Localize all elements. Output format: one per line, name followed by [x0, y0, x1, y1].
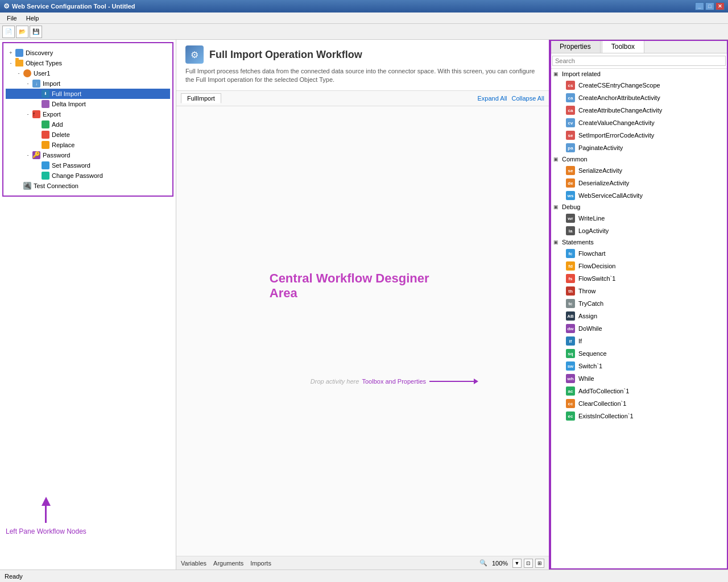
menu-file[interactable]: File	[2, 14, 22, 23]
label-user1: User1	[34, 70, 50, 77]
toolbox-item-3-1[interactable]: fdFlowDecision	[550, 260, 728, 272]
tree-item-import[interactable]: - ↓ Import	[6, 78, 170, 89]
add-icon	[41, 120, 50, 129]
title-bar: ⚙ Web Service Configuration Tool - Untit…	[0, 0, 728, 13]
zoom-expand-button[interactable]: ⊞	[535, 559, 544, 568]
tree-item-changepassword[interactable]: Change Password	[6, 171, 170, 181]
toolbox-item-3-8[interactable]: sqSequence	[550, 347, 728, 360]
expander-password: -	[24, 152, 32, 158]
toolbox-item-3-11[interactable]: acAddToCollection`1	[550, 385, 728, 397]
group-label-2: Debug	[562, 203, 580, 210]
save-button[interactable]: 💾	[30, 26, 42, 38]
zoom-dropdown-button[interactable]: ▼	[512, 559, 522, 568]
minimize-button[interactable]: _	[695, 2, 704, 10]
delete-icon	[41, 130, 50, 139]
toolbox-item-label-3-3: Throw	[578, 288, 596, 294]
toolbox-item-label-0-4: SetImportErrorCodeActivity	[578, 132, 654, 139]
toolbox-item-3-0[interactable]: fcFlowchart	[550, 247, 728, 260]
toolbox-item-0-2[interactable]: caCreateAttributeChangeActivity	[550, 104, 728, 117]
variables-link[interactable]: Variables	[181, 560, 206, 567]
collapse-all-link[interactable]: Collapse All	[512, 95, 544, 102]
imports-link[interactable]: Imports	[250, 560, 271, 567]
toolbox-item-3-12[interactable]: ccClearCollection`1	[550, 397, 728, 410]
tree-item-objecttypes[interactable]: - Object Types	[6, 58, 170, 68]
toolbox-item-0-3[interactable]: cvCreateValueChangeActivity	[550, 117, 728, 129]
password-icon: 🔑	[32, 151, 41, 160]
toolbox-item-2-1[interactable]: laLogActivity	[550, 225, 728, 237]
tree-item-delete[interactable]: Delete	[6, 130, 170, 140]
workflow-tab-fullimport[interactable]: FullImport	[181, 93, 221, 103]
toolbox-item-label-0-3: CreateValueChangeActivity	[578, 119, 655, 126]
toolbox-group-3: ▣ StatementsfcFlowchartfdFlowDecisionfsF…	[550, 237, 728, 422]
new-button[interactable]: 📄	[2, 26, 15, 38]
toolbox-item-label-3-8: Sequence	[578, 350, 607, 357]
toolbox-item-icon-3-5: AB	[566, 311, 575, 321]
expand-all-link[interactable]: Expand All	[478, 95, 507, 102]
tree-item-add[interactable]: Add	[6, 119, 170, 130]
title-bar-text: Web Service Configuration Tool - Untitle…	[12, 3, 135, 10]
toolbox-group-header-0[interactable]: ▣ Import related	[550, 69, 728, 79]
tree-item-export[interactable]: - ↑ Export	[6, 109, 170, 119]
toolbox-item-3-7[interactable]: ifIf	[550, 335, 728, 347]
label-changepassword: Change Password	[52, 172, 103, 179]
tree-item-fullimport[interactable]: ⬇ Full Import	[6, 89, 170, 99]
toolbox-item-label-3-13: ExistsInCollection`1	[578, 413, 634, 419]
tree-item-testconnection[interactable]: 🔌 Test Connection	[6, 181, 170, 191]
toolbox-group-2: ▣ DebugwrWriteLinelaLogActivity	[550, 202, 728, 237]
close-button[interactable]: ✕	[715, 2, 725, 10]
tab-toolbox[interactable]: Toolbox	[602, 40, 644, 53]
group-expander-1: ▣	[553, 156, 560, 162]
toolbox-item-3-4[interactable]: tcTryCatch	[550, 297, 728, 310]
zoom-fit-button[interactable]: ⊡	[524, 559, 533, 568]
toolbox-item-3-5[interactable]: ABAssign	[550, 310, 728, 322]
menu-help[interactable]: Help	[22, 14, 44, 23]
group-expander-0: ▣	[553, 71, 560, 77]
toolbox-item-3-3[interactable]: thThrow	[550, 285, 728, 297]
tree-item-deltaimport[interactable]: Delta Import	[6, 99, 170, 109]
drop-hint: Drop activity here	[311, 378, 359, 385]
tree-container: + Discovery - Object Types - User1	[2, 42, 173, 197]
toolbox-item-label-3-0: Flowchart	[578, 250, 606, 257]
user1-icon	[23, 69, 32, 78]
toolbox-item-1-0[interactable]: seSerializeActivity	[550, 164, 728, 177]
tree-item-user1[interactable]: - User1	[6, 68, 170, 78]
tree-item-discovery[interactable]: + Discovery	[6, 48, 170, 58]
expander-export: -	[24, 111, 32, 117]
tree-item-replace[interactable]: Replace	[6, 140, 170, 150]
designer-area[interactable]: Central Workflow Desginer Area Drop acti…	[176, 106, 549, 556]
toolbox-item-label-1-1: DeserializeActivity	[578, 180, 629, 186]
toolbox-item-1-1[interactable]: deDeserializeActivity	[550, 177, 728, 189]
toolbox-item-0-5[interactable]: paPaginateActivity	[550, 142, 728, 154]
label-fullimport: Full Import	[52, 90, 81, 97]
toolbox-item-3-9[interactable]: swSwitch`1	[550, 360, 728, 372]
arguments-link[interactable]: Arguments	[213, 560, 243, 567]
maximize-button[interactable]: □	[705, 2, 714, 10]
toolbox-item-3-6[interactable]: dwDoWhile	[550, 322, 728, 335]
toolbox-item-0-1[interactable]: caCreateAnchorAttributeActivity	[550, 92, 728, 104]
open-button[interactable]: 📂	[16, 26, 28, 38]
toolbox-item-3-2[interactable]: fsFlowSwitch`1	[550, 272, 728, 285]
toolbox-item-2-0[interactable]: wrWriteLine	[550, 212, 728, 225]
toolbox-item-icon-0-3: cv	[566, 118, 575, 127]
toolbox-item-label-0-2: CreateAttributeChangeActivity	[578, 107, 662, 114]
toolbox-arrow-annotation: Toolbox and Properties	[362, 378, 475, 385]
toolbox-item-1-2[interactable]: wsWebServiceCallActivity	[550, 189, 728, 202]
toolbox-item-icon-3-13: ec	[566, 411, 575, 421]
tree-item-setpassword[interactable]: Set Password	[6, 160, 170, 171]
toolbox-item-label-3-5: Assign	[578, 313, 597, 319]
toolbox-group-header-3[interactable]: ▣ Statements	[550, 237, 728, 247]
toolbox-item-0-4[interactable]: seSetImportErrorCodeActivity	[550, 129, 728, 142]
search-input[interactable]	[552, 56, 726, 66]
export-icon: ↑	[32, 110, 41, 119]
toolbox-group-header-2[interactable]: ▣ Debug	[550, 202, 728, 212]
menu-bar: File Help	[0, 13, 728, 24]
annotation-arrow-stem	[45, 506, 47, 523]
tab-properties[interactable]: Properties	[550, 40, 601, 53]
toolbox-item-3-13[interactable]: ecExistsInCollection`1	[550, 410, 728, 422]
tree-item-password[interactable]: - 🔑 Password	[6, 150, 170, 160]
toolbox-item-icon-0-0: cs	[566, 81, 575, 90]
toolbox-item-3-10[interactable]: whWhile	[550, 372, 728, 385]
toolbox-group-header-1[interactable]: ▣ Common	[550, 154, 728, 164]
toolbox-item-icon-1-2: ws	[566, 191, 575, 200]
toolbox-item-0-0[interactable]: csCreateCSEntryChangeScope	[550, 79, 728, 92]
